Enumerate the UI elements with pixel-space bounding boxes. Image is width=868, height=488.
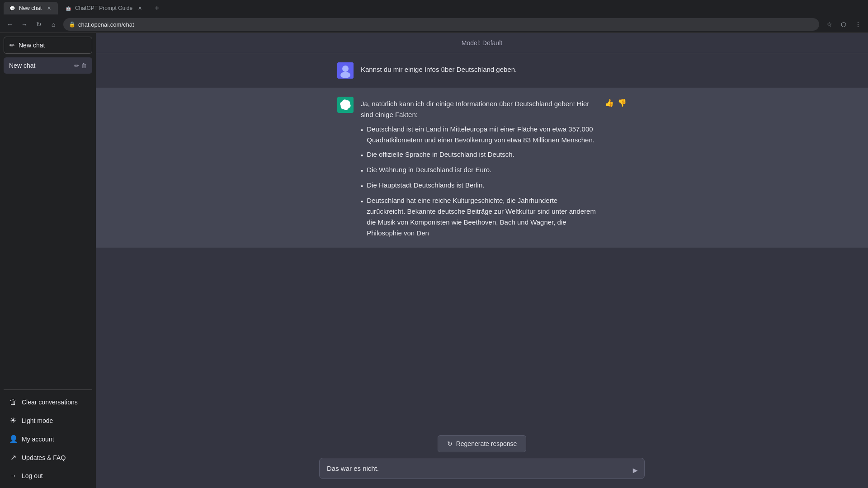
updates-icon: ↗ — [9, 453, 17, 462]
back-button[interactable]: ← — [4, 18, 16, 31]
model-header: Model: Default — [96, 33, 868, 53]
url-bar[interactable]: 🔒 chat.openai.com/chat — [63, 18, 819, 31]
bullet-dot: • — [361, 150, 363, 161]
list-item: •Die offizielle Sprache in Deutschland i… — [361, 149, 598, 161]
tab-close-2[interactable]: ✕ — [136, 5, 143, 12]
menu-icon[interactable]: ⋮ — [852, 18, 864, 31]
tab-active[interactable]: 💬 New chat ✕ — [4, 2, 58, 14]
tab-inactive[interactable]: 🤖 ChatGPT Prompt Guide ✕ — [60, 2, 149, 14]
sidebar-item-account[interactable]: 👤 My account — [4, 430, 92, 448]
send-button[interactable]: ► — [631, 466, 639, 475]
clear-icon: 🗑 — [9, 398, 17, 406]
edit-icon[interactable]: ✏ — [74, 62, 79, 69]
reload-button[interactable]: ↻ — [33, 18, 45, 31]
svg-point-1 — [342, 66, 349, 72]
forward-button[interactable]: → — [18, 18, 31, 31]
logout-label: Log out — [22, 472, 43, 479]
main-content: Model: Default Kannst du mir einige Info… — [96, 33, 868, 488]
delete-icon[interactable]: 🗑 — [81, 62, 87, 69]
tab-close-1[interactable]: ✕ — [45, 5, 52, 12]
thumbs-up-button[interactable]: 👍 — [605, 99, 614, 107]
input-area: ↻ Regenerate response ► — [96, 428, 868, 488]
tab-label-1: New chat — [19, 5, 42, 11]
sun-icon: ☀ — [9, 416, 17, 425]
svg-point-2 — [340, 72, 350, 78]
url-text: chat.openai.com/chat — [78, 21, 134, 28]
bookmark-icon[interactable]: ☆ — [823, 18, 835, 31]
new-chat-button[interactable]: ✏ New chat — [4, 37, 92, 54]
app-layout: ✏ New chat New chat ✏ 🗑 🗑 Clear conversa… — [0, 33, 868, 488]
home-button[interactable]: ⌂ — [47, 18, 60, 31]
tab-favicon-1: 💬 — [9, 5, 15, 11]
assistant-message-inner: Ja, natürlich kann ich dir einige Inform… — [319, 97, 645, 239]
bullet-text: Deutschland hat eine reiche Kulturgeschi… — [367, 195, 598, 239]
sidebar-item-clear[interactable]: 🗑 Clear conversations — [4, 394, 92, 411]
user-avatar — [337, 62, 354, 79]
bullet-text: Die Währung in Deutschland ist der Euro. — [367, 164, 491, 176]
sidebar: ✏ New chat New chat ✏ 🗑 🗑 Clear conversa… — [0, 33, 96, 488]
bullet-list: •Deutschland ist ein Land in Mitteleurop… — [361, 124, 598, 239]
gpt-avatar — [337, 97, 354, 113]
account-label: My account — [22, 436, 54, 443]
bullet-dot: • — [361, 181, 363, 192]
tab-bar: 💬 New chat ✕ 🤖 ChatGPT Prompt Guide ✕ + — [0, 0, 868, 16]
list-item: •Die Hauptstadt Deutschlands ist Berlin. — [361, 180, 598, 192]
bullet-text: Die Hauptstadt Deutschlands ist Berlin. — [367, 180, 484, 192]
lock-icon: 🔒 — [69, 21, 75, 28]
sidebar-item-logout[interactable]: → Log out — [4, 467, 92, 484]
regenerate-button[interactable]: ↻ Regenerate response — [438, 435, 527, 452]
bullet-dot: • — [361, 196, 363, 239]
new-chat-label: New chat — [19, 42, 45, 49]
chat-list: New chat ✏ 🗑 — [4, 57, 92, 389]
toolbar-icons: ☆ ⬡ ⋮ — [823, 18, 864, 31]
message-actions: 👍 👎 — [605, 97, 627, 239]
list-item: •Deutschland ist ein Land in Mitteleurop… — [361, 124, 598, 145]
input-box-wrapper: ► — [319, 458, 645, 481]
bullet-dot: • — [361, 165, 363, 176]
address-bar: ← → ↻ ⌂ 🔒 chat.openai.com/chat ☆ ⬡ ⋮ — [0, 16, 868, 33]
thumbs-down-button[interactable]: 👎 — [618, 99, 627, 107]
sidebar-bottom: 🗑 Clear conversations ☀ Light mode 👤 My … — [4, 389, 92, 484]
user-message-text: Kannst du mir einige Infos über Deutschl… — [361, 62, 627, 79]
list-item[interactable]: New chat ✏ 🗑 — [4, 57, 92, 74]
chat-item-actions: ✏ 🗑 — [74, 62, 87, 69]
extension-icon[interactable]: ⬡ — [837, 18, 850, 31]
clear-label: Clear conversations — [22, 399, 78, 406]
message-input[interactable] — [319, 458, 645, 479]
model-label: Model: Default — [462, 39, 502, 47]
regenerate-label: Regenerate response — [456, 440, 517, 447]
user-text: Kannst du mir einige Infos über Deutschl… — [361, 66, 517, 73]
list-item: •Die Währung in Deutschland ist der Euro… — [361, 164, 598, 176]
user-message-inner: Kannst du mir einige Infos über Deutschl… — [319, 62, 645, 79]
user-message: Kannst du mir einige Infos über Deutschl… — [96, 53, 868, 88]
regenerate-icon: ↻ — [447, 440, 453, 447]
updates-label: Updates & FAQ — [22, 454, 66, 461]
bullet-text: Deutschland ist ein Land in Mitteleuropa… — [367, 124, 598, 145]
bullet-dot: • — [361, 125, 363, 145]
light-mode-label: Light mode — [22, 417, 53, 424]
tab-favicon-2: 🤖 — [65, 5, 71, 11]
logout-icon: → — [9, 472, 17, 480]
new-tab-button[interactable]: + — [151, 2, 163, 14]
browser-chrome: 💬 New chat ✕ 🤖 ChatGPT Prompt Guide ✕ + … — [0, 0, 868, 33]
list-item: •Deutschland hat eine reiche Kulturgesch… — [361, 195, 598, 239]
assistant-message: Ja, natürlich kann ich dir einige Inform… — [96, 88, 868, 248]
chat-area: Kannst du mir einige Infos über Deutschl… — [96, 53, 868, 428]
chat-item-label: New chat — [9, 62, 72, 69]
nav-buttons: ← → ↻ ⌂ — [4, 18, 60, 31]
bullet-text: Die offizielle Sprache in Deutschland is… — [367, 149, 514, 161]
sidebar-item-updates[interactable]: ↗ Updates & FAQ — [4, 449, 92, 466]
tab-label-2: ChatGPT Prompt Guide — [75, 5, 132, 11]
plus-icon: ✏ — [9, 42, 15, 49]
assistant-message-content: Ja, natürlich kann ich dir einige Inform… — [361, 97, 598, 239]
assistant-intro: Ja, natürlich kann ich dir einige Inform… — [361, 100, 589, 118]
sidebar-item-light-mode[interactable]: ☀ Light mode — [4, 412, 92, 429]
account-icon: 👤 — [9, 435, 17, 443]
